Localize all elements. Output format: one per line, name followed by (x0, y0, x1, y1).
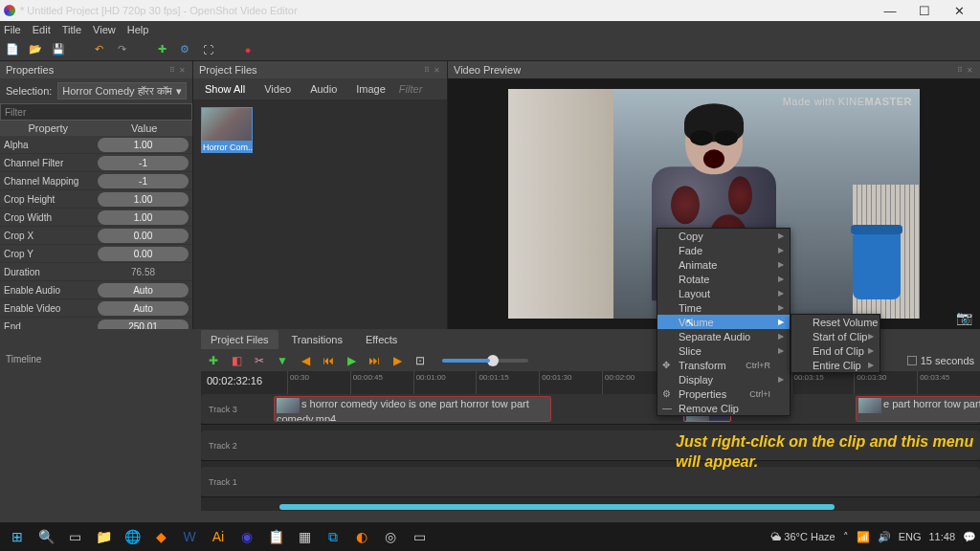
maximize-button[interactable]: ☐ (907, 4, 942, 18)
snapshot-icon[interactable]: 📷 (956, 310, 972, 325)
explorer-icon[interactable]: 📁 (90, 523, 117, 550)
menu-help[interactable]: Help (127, 24, 149, 35)
track-label[interactable]: Track 3 (201, 394, 274, 424)
properties-filter[interactable]: Filter (0, 103, 192, 121)
open-icon[interactable]: 📂 (29, 43, 42, 56)
menu-view[interactable]: View (93, 24, 116, 35)
property-value[interactable]: 1.00 (98, 138, 189, 152)
razor-icon[interactable]: ✂ (253, 354, 266, 367)
zoom-slider[interactable] (442, 359, 528, 363)
property-value[interactable]: -1 (98, 156, 189, 170)
snap-icon[interactable]: ◧ (230, 354, 243, 367)
property-value[interactable]: 1.00 (98, 210, 189, 225)
app-icon[interactable]: 📋 (262, 523, 289, 550)
context-menu-item[interactable]: Copy▶ (657, 229, 790, 243)
tab-transitions[interactable]: Transitions (282, 330, 352, 349)
volume-icon[interactable]: 🔊 (878, 531, 891, 543)
context-menu-item[interactable]: Time▶ (657, 300, 790, 315)
profile-icon[interactable]: ⚙ (178, 43, 191, 56)
app-icon[interactable]: ▦ (291, 523, 318, 550)
property-value[interactable]: 0.00 (98, 247, 189, 261)
track-label[interactable]: Track 2 (201, 430, 274, 460)
context-menu-item[interactable]: Volume▶ (657, 315, 790, 329)
context-menu-item[interactable]: Entire Clip▶ (791, 358, 880, 372)
close-button[interactable]: ✕ (942, 4, 976, 18)
context-menu-item[interactable]: Rotate▶ (657, 272, 790, 286)
context-menu-item[interactable]: ⚙PropertiesCtrl+I (657, 386, 790, 401)
timeline-scrollbar[interactable] (201, 503, 980, 511)
prev-marker-icon[interactable]: ◀ (299, 354, 312, 367)
add-track-icon[interactable]: ✚ (207, 354, 220, 367)
timeline-clip[interactable]: e part horror tow part co... (856, 396, 980, 422)
context-menu-item[interactable]: Fade▶ (657, 243, 790, 257)
tab-audio[interactable]: Audio (304, 81, 343, 97)
context-menu-item[interactable]: —Remove Clip (657, 401, 790, 415)
context-menu-item[interactable]: ✥TransformCtrl+R (657, 358, 790, 372)
language-indicator[interactable]: ENG (899, 531, 922, 542)
clock[interactable]: 11:48 (928, 531, 955, 542)
context-menu-item[interactable]: Animate▶ (657, 257, 790, 272)
property-value[interactable]: 1.00 (98, 192, 189, 207)
file-thumbnail[interactable]: Horror Com... (201, 107, 253, 153)
app-icon[interactable]: ◉ (234, 523, 260, 550)
property-value[interactable]: Auto (98, 283, 189, 298)
jump-start-icon[interactable]: ⏮ (322, 354, 335, 367)
app-icon[interactable]: ◆ (147, 523, 174, 550)
selection-combo[interactable]: Horror Comedy हॉरर कॉम▾ (57, 82, 187, 99)
menu-file[interactable]: File (4, 24, 21, 35)
timeline-ruler[interactable]: 00:02:32:16 00:3000:00:4500:01:0000:01:1… (201, 371, 980, 394)
search-icon[interactable]: 🔍 (33, 523, 59, 550)
property-value[interactable]: 0.00 (98, 229, 189, 243)
play-icon[interactable]: ▶ (345, 354, 358, 367)
context-menu-item[interactable]: Display▶ (657, 372, 790, 386)
track-label[interactable]: Track 1 (201, 467, 274, 496)
track-row: Track 3 s horror comedy video is one par… (201, 394, 980, 425)
notifications-icon[interactable]: 💬 (963, 531, 976, 543)
undo-icon[interactable]: ↶ (92, 43, 105, 56)
center-icon[interactable]: ⊡ (413, 354, 427, 367)
tab-project-files[interactable]: Project Files (201, 330, 278, 349)
network-icon[interactable]: 📶 (857, 531, 870, 543)
marker-icon[interactable]: ▼ (276, 354, 289, 367)
property-value[interactable]: 250.01 (98, 320, 189, 330)
tab-show-all[interactable]: Show All (199, 81, 251, 97)
illustrator-icon[interactable]: Ai (205, 523, 232, 550)
property-value[interactable]: -1 (98, 174, 189, 188)
fullscreen-icon[interactable]: ⛶ (201, 43, 214, 56)
menu-title[interactable]: Title (62, 24, 81, 35)
openshot-icon[interactable]: ◎ (377, 523, 404, 550)
app-icon[interactable]: ▭ (406, 523, 433, 550)
tab-video[interactable]: Video (258, 81, 297, 97)
zoom-checkbox[interactable] (907, 356, 917, 365)
timeline-clip[interactable]: s horror comedy video is one part horror… (274, 396, 551, 422)
context-menu-item[interactable]: Start of Clip▶ (791, 329, 880, 343)
tab-image[interactable]: Image (350, 81, 391, 97)
task-view-icon[interactable]: ▭ (61, 523, 88, 550)
property-value[interactable]: Auto (98, 301, 189, 316)
new-icon[interactable]: 📄 (6, 43, 19, 56)
context-menu-item[interactable]: Slice▶ (657, 343, 790, 358)
import-icon[interactable]: ✚ (155, 43, 168, 56)
context-menu-item[interactable]: End of Clip▶ (791, 343, 880, 358)
chrome-icon[interactable]: 🌐 (119, 523, 145, 550)
menu-edit[interactable]: Edit (33, 24, 51, 35)
app-icon[interactable]: ◐ (348, 523, 375, 550)
context-menu-item[interactable]: Separate Audio▶ (657, 329, 790, 343)
minimize-button[interactable]: — (873, 4, 907, 18)
context-menu-item[interactable]: Layout▶ (657, 286, 790, 300)
next-marker-icon[interactable]: ▶ (390, 354, 404, 367)
tray-chevron-icon[interactable]: ˄ (843, 531, 849, 543)
vscode-icon[interactable]: ⧉ (320, 523, 346, 550)
redo-icon[interactable]: ↷ (115, 43, 128, 56)
save-icon[interactable]: 💾 (52, 43, 65, 56)
start-button[interactable]: ⊞ (4, 523, 31, 550)
weather-widget[interactable]: 🌥 36°C Haze (770, 531, 835, 542)
tab-effects[interactable]: Effects (356, 330, 407, 349)
export-icon[interactable]: ● (241, 43, 255, 56)
jump-end-icon[interactable]: ⏭ (368, 354, 381, 367)
files-filter-input[interactable]: Filter (399, 83, 441, 95)
context-menu-item[interactable]: Reset Volume (791, 315, 880, 329)
track-lane[interactable]: s horror comedy video is one part horror… (274, 394, 980, 424)
property-value[interactable]: 76.58 (98, 265, 189, 279)
word-icon[interactable]: W (176, 523, 203, 550)
